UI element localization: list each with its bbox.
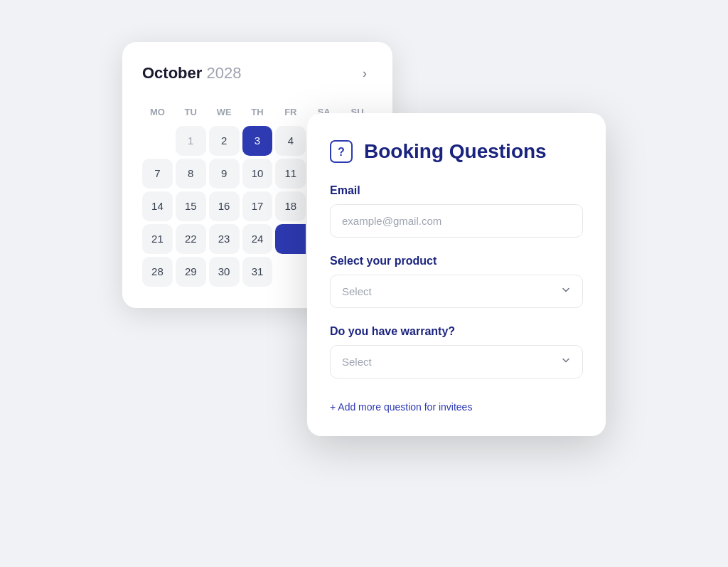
day-cell-8[interactable]: 8 — [176, 159, 206, 189]
day-cell-14[interactable]: 14 — [142, 191, 173, 221]
svg-text:?: ? — [338, 146, 345, 158]
day-header-mo: MO — [142, 101, 173, 123]
email-input[interactable] — [330, 204, 583, 238]
calendar-year: 2028 — [206, 64, 241, 82]
day-cell-28[interactable]: 28 — [142, 257, 173, 287]
calendar-header: October 2028 › — [142, 63, 373, 84]
email-section: Email — [330, 184, 583, 238]
day-cell-23[interactable]: 23 — [209, 224, 240, 254]
booking-card: ? Booking Questions Email Select your pr… — [307, 113, 606, 436]
booking-title: Booking Questions — [364, 140, 547, 163]
warranty-label: Do you have warranty? — [330, 325, 583, 338]
day-cell-3[interactable]: 3 — [242, 126, 273, 156]
calendar-month: October — [142, 64, 202, 82]
day-header-fr: FR — [275, 101, 306, 123]
day-cell-24[interactable]: 24 — [242, 224, 273, 254]
day-header-th: TH — [242, 101, 273, 123]
day-cell-7[interactable]: 7 — [142, 159, 173, 189]
booking-questions-icon: ? — [330, 139, 355, 164]
product-section: Select your product Select — [330, 255, 583, 308]
warranty-select-wrapper: Select — [330, 345, 583, 378]
add-question-link[interactable]: + Add more question for invitees — [330, 401, 472, 413]
day-cell-18[interactable]: 18 — [275, 191, 306, 221]
day-cell-empty — [142, 126, 173, 156]
product-label: Select your product — [330, 255, 583, 267]
product-select[interactable]: Select — [330, 275, 583, 308]
day-cell-empty-5a — [275, 257, 306, 287]
day-cell-9[interactable]: 9 — [209, 159, 240, 189]
day-header-tu: TU — [176, 101, 206, 123]
day-cell-17[interactable]: 17 — [242, 191, 273, 221]
calendar-next-button[interactable]: › — [357, 63, 373, 84]
day-header-we: WE — [209, 101, 240, 123]
day-cell-4[interactable]: 4 — [275, 126, 306, 156]
day-cell-22[interactable]: 22 — [176, 224, 206, 254]
email-label: Email — [330, 184, 583, 197]
day-cell-2[interactable]: 2 — [209, 126, 240, 156]
day-cell-25-highlight[interactable] — [275, 224, 306, 254]
day-cell-11[interactable]: 11 — [275, 159, 306, 189]
day-cell-30[interactable]: 30 — [209, 257, 240, 287]
day-cell-31[interactable]: 31 — [242, 257, 273, 287]
calendar-title: October 2028 — [142, 64, 241, 83]
warranty-section: Do you have warranty? Select — [330, 325, 583, 378]
warranty-select[interactable]: Select — [330, 345, 583, 378]
day-cell-10[interactable]: 10 — [242, 159, 273, 189]
day-cell-16[interactable]: 16 — [209, 191, 240, 221]
day-cell-15[interactable]: 15 — [176, 191, 206, 221]
day-cell-21[interactable]: 21 — [142, 224, 173, 254]
day-cell-29[interactable]: 29 — [176, 257, 206, 287]
product-select-wrapper: Select — [330, 275, 583, 308]
scene: October 2028 › MO TU WE TH FR SA SU 1 2 … — [122, 42, 606, 526]
booking-header: ? Booking Questions — [330, 139, 583, 164]
day-cell-1[interactable]: 1 — [176, 126, 206, 156]
